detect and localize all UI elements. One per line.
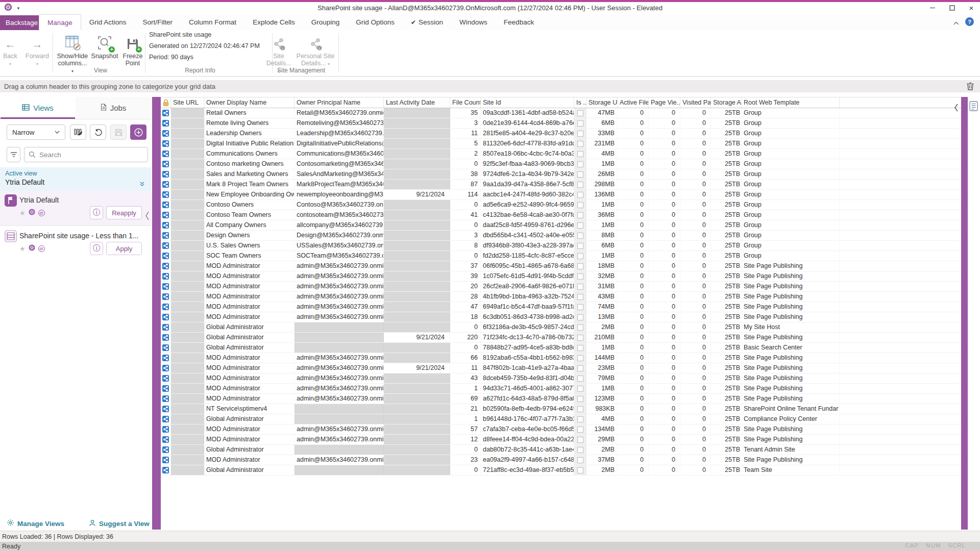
cell-files[interactable]: 220 (450, 333, 481, 342)
cell-storage[interactable]: 983KB (586, 404, 618, 414)
cell-alloc[interactable]: 25TB (711, 353, 742, 363)
cell-visited[interactable]: 0 (680, 200, 711, 210)
cell-visited[interactable]: 0 (680, 292, 711, 302)
cell-views[interactable]: 0 (649, 384, 680, 393)
cell-site_id[interactable]: 6f32186a-de3b-45c9-9857-24cd0 (481, 322, 574, 332)
cell-storage[interactable]: 13MB (586, 312, 618, 322)
cell-is[interactable] (574, 465, 586, 475)
cell-storage[interactable]: 43MB (586, 292, 618, 302)
sidebar-tab-jobs[interactable]: Jobs (76, 97, 151, 119)
cell-site_id[interactable]: daaf25c8-fd5f-4959-8761-d296e0 (481, 220, 574, 230)
table-row[interactable]: SOC Team OwnersSOCTeam@M365x34602739.onm… (161, 251, 961, 261)
cell-views[interactable]: 0 (649, 465, 680, 475)
cell-principal[interactable]: SOCTeam@M365x34602739.onm (295, 251, 384, 261)
cell-display[interactable]: MOD Administrator (204, 271, 295, 281)
cell-visited[interactable]: 0 (680, 231, 711, 240)
checkbox[interactable] (577, 335, 583, 341)
cell-display[interactable]: U.S. Sales Owners (204, 241, 295, 251)
cell-principal[interactable]: Mark8ProjectTeam@M365x3460 (295, 180, 384, 189)
cell-site_url[interactable] (171, 169, 204, 179)
cell-active[interactable]: 0 (618, 343, 649, 353)
cell-is[interactable] (574, 108, 586, 118)
cell-alloc[interactable]: 25TB (711, 271, 742, 281)
table-row[interactable]: MOD Administratoradmin@M365x34602739.onm… (161, 384, 961, 394)
cell-display[interactable]: Mark 8 Project Team Owners (204, 180, 295, 189)
cell-active[interactable]: 0 (618, 445, 649, 455)
save-view-button[interactable] (110, 124, 127, 140)
cell-display[interactable]: MOD Administrator (204, 261, 295, 271)
cell-template[interactable]: Group (742, 200, 840, 210)
cell-views[interactable]: 0 (649, 353, 680, 363)
cell-is[interactable] (574, 149, 586, 159)
cell-site_id[interactable]: c7afa3b7-ceba-4e0e-bc05-f66d5 (481, 424, 574, 434)
cell-alloc[interactable]: 25TB (711, 169, 742, 179)
cell-is[interactable] (574, 353, 586, 363)
cell-views[interactable]: 0 (649, 169, 680, 179)
cell-display[interactable]: MOD Administrator (204, 353, 295, 363)
cell-visited[interactable]: 0 (680, 149, 711, 159)
table-row[interactable]: Sales and Marketing OwnersSalesAndMarket… (161, 169, 961, 180)
cell-visited[interactable]: 0 (680, 282, 711, 291)
cell-site_id[interactable]: df9346b8-3f80-43e3-a228-397ad (481, 241, 574, 251)
cell-is[interactable] (574, 271, 586, 281)
cell-active[interactable]: 0 (618, 394, 649, 404)
cell-alloc[interactable]: 25TB (711, 210, 742, 220)
cell-activity[interactable] (384, 384, 450, 393)
cell-is[interactable] (574, 251, 586, 261)
cell-site_url[interactable] (171, 414, 204, 424)
checkbox[interactable] (577, 314, 583, 320)
cell-views[interactable]: 0 (649, 190, 680, 199)
checkbox[interactable] (577, 253, 583, 259)
cell-visited[interactable]: 0 (680, 139, 711, 148)
cell-files[interactable]: 0 (450, 200, 481, 210)
maximize-button[interactable] (946, 3, 958, 13)
cell-template[interactable]: Site Page Publishing (742, 373, 840, 383)
cell-views[interactable]: 0 (649, 322, 680, 332)
cell-files[interactable]: 21 (450, 404, 481, 414)
cell-activity[interactable] (384, 373, 450, 383)
cell-activity[interactable]: 9/21/2024 (384, 333, 450, 342)
cell-views[interactable]: 0 (649, 435, 680, 444)
cell-site_url[interactable] (171, 190, 204, 199)
cell-principal[interactable]: Leadership@M365x34602739.on (295, 129, 384, 138)
checkbox[interactable] (577, 120, 583, 127)
cell-visited[interactable]: 0 (680, 465, 711, 475)
cell-visited[interactable]: 0 (680, 169, 711, 179)
cell-activity[interactable] (384, 465, 450, 475)
cell-is[interactable] (574, 384, 586, 393)
cell-files[interactable]: 0 (450, 159, 481, 169)
cell-visited[interactable]: 0 (680, 384, 711, 393)
cell-visited[interactable]: 0 (680, 455, 711, 465)
table-row[interactable]: MOD Administratoradmin@M365x34602739.onm… (161, 435, 961, 445)
cell-active[interactable]: 0 (618, 455, 649, 465)
snapshot-button[interactable]: + Snapshot (90, 32, 119, 60)
cell-active[interactable]: 0 (618, 118, 649, 128)
checkbox[interactable] (577, 141, 583, 147)
checkbox[interactable] (577, 345, 583, 351)
cell-display[interactable]: MOD Administrator (204, 282, 295, 291)
cell-views[interactable]: 0 (649, 363, 680, 373)
table-row[interactable]: MOD Administratoradmin@M365x34602739.onm… (161, 394, 961, 404)
tab-feedback[interactable]: Feedback (496, 14, 542, 30)
cell-site_id[interactable]: ea09a2f9-4997-4a66-b157-c6482 (481, 455, 574, 465)
cell-active[interactable]: 0 (618, 200, 649, 210)
cell-principal[interactable]: admin@M365x34602739.onmicro (295, 384, 384, 393)
cell-site_id[interactable]: c4132bae-6e58-4ca8-ae30-0f7fd (481, 210, 574, 220)
table-row[interactable]: All Company Ownersallcompany@M365x346027… (161, 220, 961, 231)
cell-alloc[interactable]: 25TB (711, 373, 742, 383)
tab-grid-options[interactable]: Grid Options (348, 14, 403, 30)
cell-activity[interactable] (384, 129, 450, 138)
cell-site_url[interactable] (171, 363, 204, 373)
cell-activity[interactable] (384, 445, 450, 455)
cell-alloc[interactable]: 25TB (711, 302, 742, 312)
grouping-zone[interactable]: Drag a column header to this grouping zo… (0, 80, 980, 92)
cell-template[interactable]: Group (742, 220, 840, 230)
cell-views[interactable]: 0 (649, 424, 680, 434)
cell-active[interactable]: 0 (618, 220, 649, 230)
cell-site_url[interactable] (171, 373, 204, 383)
cell-views[interactable]: 0 (649, 118, 680, 128)
table-row[interactable]: Leadership OwnersLeadership@M365x3460273… (161, 129, 961, 139)
cell-storage[interactable]: 4MB (586, 414, 618, 424)
cell-template[interactable]: My Site Host (742, 322, 840, 332)
cell-active[interactable]: 0 (618, 241, 649, 251)
